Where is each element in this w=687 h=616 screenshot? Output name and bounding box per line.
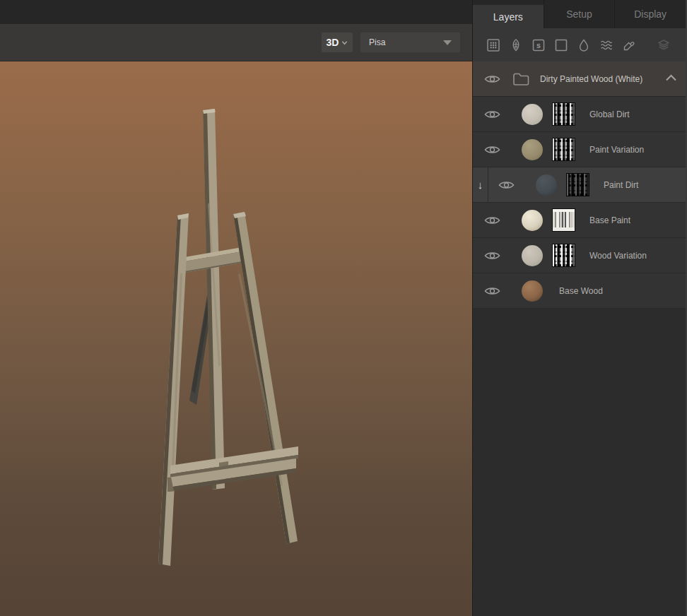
layer-row-global-dirt[interactable]: Global Dirt [473,97,686,132]
material-grid-icon[interactable] [487,39,500,52]
visibility-eye-icon[interactable] [484,250,500,261]
dropdown-arrow-icon [443,40,452,45]
clip-mask-indicator[interactable]: ↓ [473,167,488,202]
layer-name: Base Paint [589,215,630,225]
environment-dropdown[interactable]: Pisa [360,32,460,52]
layer-row-base-wood[interactable]: Base Wood [473,273,686,309]
panel-empty-area [473,309,686,616]
material-preview-sphere[interactable] [522,104,543,125]
tab-display-label: Display [634,8,667,20]
visibility-eye-icon[interactable] [484,144,500,155]
view-mode-label: 3D [327,37,339,48]
folder-icon [512,71,530,86]
group-name: Dirty Painted Wood (White) [540,74,642,84]
viewport-column: 3D Pisa [0,0,472,616]
tab-display[interactable]: Display [614,0,686,28]
viewport-canvas[interactable] [0,61,472,616]
layer-name: Wood Variation [589,251,647,261]
material-preview-sphere[interactable] [522,139,543,160]
tab-layers-label: Layers [493,11,523,23]
tab-setup[interactable]: Setup [544,0,615,28]
visibility-eye-icon[interactable] [484,215,500,226]
paint-brush-icon[interactable] [623,39,635,52]
clip-arrow-icon: ↓ [478,179,483,191]
view-mode-dropdown[interactable]: 3D [322,32,353,52]
material-preview-sphere[interactable] [522,210,543,231]
mask-thumbnail[interactable] [553,209,575,231]
solid-layer-icon[interactable] [555,39,568,52]
mask-thumbnail[interactable] [553,138,575,160]
layer-row-paint-dirt[interactable]: ↓ Paint Dirt [473,167,686,203]
collapse-chevron-up-icon[interactable] [665,73,677,82]
mask-thumbnail[interactable] [553,103,575,125]
layer-name: Base Wood [559,286,603,296]
environment-value: Pisa [369,37,385,47]
liquid-drop-icon[interactable] [577,39,590,52]
layer-group-row[interactable]: Dirty Painted Wood (White) [473,61,686,97]
tab-setup-label: Setup [566,8,592,20]
layer-toolbar: s [473,28,686,61]
mask-thumbnail[interactable] [553,244,575,266]
visibility-eye-icon[interactable] [484,285,500,297]
mask-thumbnail[interactable] [567,174,589,196]
smart-material-icon[interactable]: s [532,39,545,52]
layer-row-wood-variation[interactable]: Wood Variation [473,238,686,273]
chevron-down-icon [341,40,348,46]
easel-3d-model [0,61,472,616]
layers-panel: Layers Setup Display s [472,0,687,616]
layer-name: Paint Dirt [604,180,638,190]
layer-stack-icon [657,39,670,52]
layer-row-base-paint[interactable]: Base Paint [473,203,686,238]
visibility-eye-icon[interactable] [498,179,515,191]
visibility-eye-icon[interactable] [484,73,500,85]
material-preview-sphere[interactable] [522,245,543,266]
leaf-scatter-icon[interactable] [510,39,522,52]
viewport-header: 3D Pisa [0,24,472,61]
layer-name: Paint Variation [589,145,644,155]
layer-row-paint-variation[interactable]: Paint Variation [473,132,686,167]
viewport-top-strip [0,0,472,24]
material-preview-sphere[interactable] [536,174,557,196]
tab-layers[interactable]: Layers [473,5,544,28]
panel-tabs: Layers Setup Display [473,0,686,28]
noise-waves-icon[interactable] [600,39,613,52]
svg-text:s: s [536,41,541,49]
visibility-eye-icon[interactable] [484,109,500,120]
layer-name: Global Dirt [589,109,630,119]
material-preview-sphere[interactable] [522,280,543,302]
